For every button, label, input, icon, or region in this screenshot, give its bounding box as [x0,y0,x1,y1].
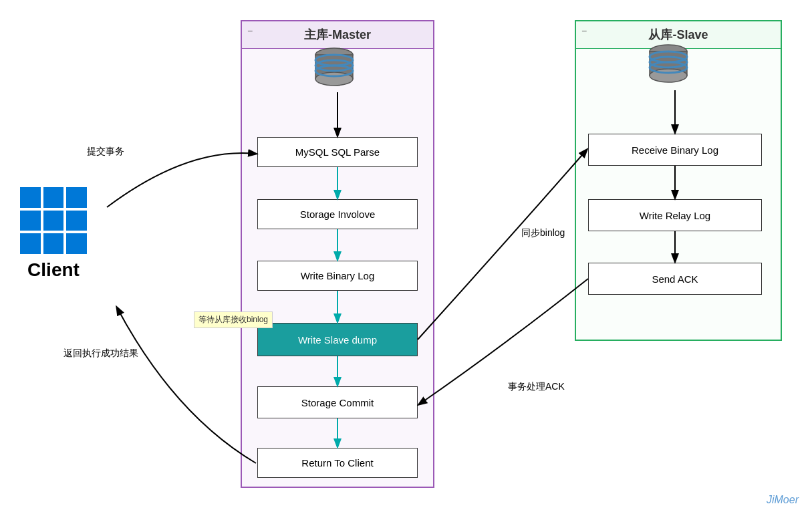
diagram-container: Client 提交事务 同步binlog 事务处理ACK 返回执行成功结果 − … [0,0,812,516]
master-db-icon [307,40,361,96]
client-label: Client [27,259,80,281]
receive-binary-log-box: Receive Binary Log [588,134,762,166]
tile-2 [43,187,64,208]
mysql-sql-parse-box: MySQL SQL Parse [257,137,418,167]
sync-label: 同步binlog [521,227,565,239]
send-ack-box: Send ACK [588,263,762,295]
storage-involove-box: Storage Involove [257,199,418,229]
client-area: Client [20,187,87,281]
slave-minus: − [581,25,587,36]
tile-6 [66,211,87,231]
tooltip-wait-binlog: 等待从库接收binlog [194,311,273,328]
return-to-client-box: Return To Client [257,448,418,478]
write-relay-log-box: Write Relay Log [588,199,762,231]
windows-logo [20,187,87,254]
tile-5 [43,211,64,231]
tile-3 [66,187,87,208]
return-label: 返回执行成功结果 [63,348,138,360]
tile-1 [20,187,41,208]
commit-label: 提交事务 [87,146,124,158]
ack-label: 事务处理ACK [508,381,565,393]
watermark: JiMoer [767,494,799,506]
write-binary-log-box: Write Binary Log [257,261,418,291]
tile-8 [43,233,64,254]
storage-commit-box: Storage Commit [257,386,418,418]
slave-db-icon [642,37,695,93]
write-slave-dump-box: Write Slave dump [257,323,418,356]
tile-4 [20,211,41,231]
master-minus: − [247,25,253,36]
tile-7 [20,233,41,254]
tile-9 [66,233,87,254]
